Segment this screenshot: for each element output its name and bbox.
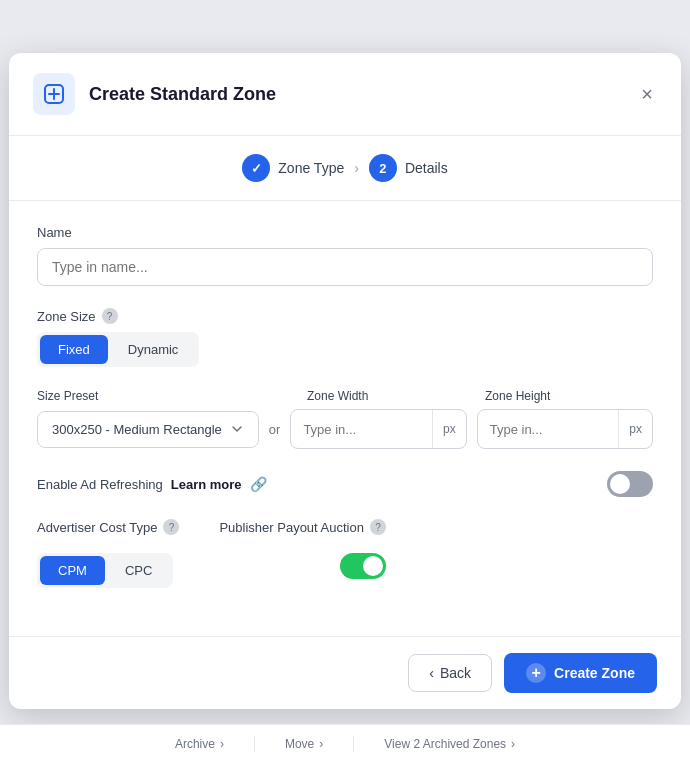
bottom-bar-divider-2 [353, 736, 354, 752]
bottom-bar: Archive › Move › View 2 Archived Zones › [0, 724, 690, 762]
publisher-payout-label: Publisher Payout Auction ? [219, 519, 386, 535]
zone-size-toggle-group: Fixed Dynamic [37, 332, 199, 367]
stepper: ✓ Zone Type › 2 Details [9, 136, 681, 201]
advertiser-cost-toggle-group: CPM CPC [37, 553, 173, 588]
zone-size-label: Zone Size ? [37, 308, 653, 324]
step-2: 2 Details [369, 154, 448, 182]
step-2-label: Details [405, 160, 448, 176]
size-row: 300x250 - Medium Rectangle or px px [37, 409, 653, 449]
zone-height-label: Zone Height [485, 389, 653, 403]
zone-size-fixed-button[interactable]: Fixed [40, 335, 108, 364]
back-button[interactable]: ‹ Back [408, 654, 492, 692]
create-zone-modal: Create Standard Zone × ✓ Zone Type › 2 D… [9, 53, 681, 709]
step-1-circle: ✓ [242, 154, 270, 182]
stepper-chevron: › [354, 160, 359, 176]
size-preset-field-group: Size Preset Zone Width Zone Height 300x2… [37, 389, 653, 449]
modal-title: Create Standard Zone [89, 84, 623, 105]
zone-width-input-wrap: px [290, 409, 466, 449]
bottom-bar-divider-1 [254, 736, 255, 752]
move-item[interactable]: Move › [285, 737, 323, 751]
view-archived-label: View 2 Archived Zones [384, 737, 506, 751]
zone-width-input[interactable] [291, 412, 432, 447]
size-preset-label: Size Preset [37, 389, 257, 403]
advertiser-cpm-button[interactable]: CPM [40, 556, 105, 585]
zone-size-dynamic-button[interactable]: Dynamic [110, 335, 197, 364]
step-1-label: Zone Type [278, 160, 344, 176]
modal-icon [33, 73, 75, 115]
back-chevron-icon: ‹ [429, 665, 434, 681]
modal-header: Create Standard Zone × [9, 53, 681, 136]
zone-height-unit: px [618, 410, 652, 448]
modal-body: Name Zone Size ? Fixed Dynamic Size Pres… [9, 201, 681, 636]
close-button[interactable]: × [637, 80, 657, 108]
zone-size-field-group: Zone Size ? Fixed Dynamic [37, 308, 653, 367]
cost-payout-row: Advertiser Cost Type ? CPM CPC Publisher… [37, 519, 653, 588]
zone-width-unit: px [432, 410, 466, 448]
name-label: Name [37, 225, 653, 240]
size-preset-dropdown[interactable]: 300x250 - Medium Rectangle [37, 411, 259, 448]
step-2-circle: 2 [369, 154, 397, 182]
zone-height-input[interactable] [478, 412, 619, 447]
name-field-group: Name [37, 225, 653, 286]
size-preset-select: 300x250 - Medium Rectangle [37, 411, 259, 448]
advertiser-cost-help-icon[interactable]: ? [163, 519, 179, 535]
archive-label: Archive [175, 737, 215, 751]
advertiser-cost-group: Advertiser Cost Type ? CPM CPC [37, 519, 179, 588]
publisher-payout-group: Publisher Payout Auction ? [219, 519, 386, 579]
ad-refresh-row: Enable Ad Refreshing Learn more 🔗 [37, 471, 653, 497]
zone-size-help-icon[interactable]: ? [102, 308, 118, 324]
view-archived-icon: › [511, 737, 515, 751]
advertiser-cost-label: Advertiser Cost Type ? [37, 519, 179, 535]
publisher-payout-toggle[interactable] [340, 553, 386, 579]
name-input[interactable] [37, 248, 653, 286]
create-zone-button[interactable]: + Create Zone [504, 653, 657, 693]
publisher-payout-help-icon[interactable]: ? [370, 519, 386, 535]
move-icon: › [319, 737, 323, 751]
or-label: or [269, 422, 281, 437]
ad-refresh-label: Enable Ad Refreshing [37, 477, 163, 492]
create-plus-icon: + [526, 663, 546, 683]
step-1: ✓ Zone Type [242, 154, 344, 182]
view-archived-item[interactable]: View 2 Archived Zones › [384, 737, 515, 751]
ad-refresh-toggle[interactable] [607, 471, 653, 497]
modal-footer: ‹ Back + Create Zone [9, 636, 681, 709]
zone-height-input-wrap: px [477, 409, 653, 449]
zone-width-label: Zone Width [307, 389, 475, 403]
archive-icon: › [220, 737, 224, 751]
move-label: Move [285, 737, 314, 751]
learn-more-link[interactable]: Learn more [171, 477, 242, 492]
advertiser-cpc-button[interactable]: CPC [107, 556, 170, 585]
link-icon: 🔗 [250, 476, 267, 492]
archive-item[interactable]: Archive › [175, 737, 224, 751]
